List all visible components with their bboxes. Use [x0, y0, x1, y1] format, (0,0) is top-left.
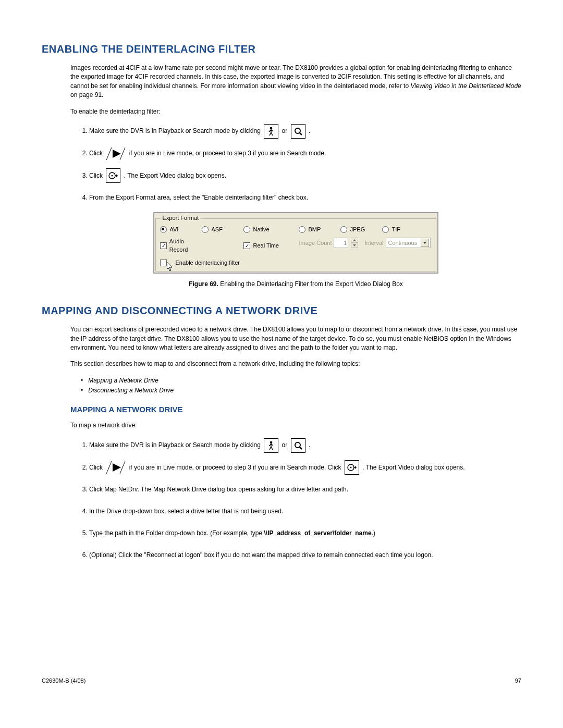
radio-jpeg-label: JPEG: [350, 226, 365, 233]
radio-asf-label: ASF: [211, 226, 222, 233]
svg-marker-16: [113, 463, 121, 472]
spinner-down-icon[interactable]: [351, 243, 358, 248]
interval-select[interactable]: Continuous: [386, 238, 431, 248]
heading-mapping: MAPPING AND DISCONNECTING A NETWORK DRIV…: [42, 303, 521, 318]
svg-marker-4: [113, 150, 121, 158]
map-step-3: Click Map NetDrv. The Map Network Drive …: [89, 482, 521, 497]
play-slash-icon[interactable]: [105, 146, 126, 161]
radio-bmp-label: BMP: [308, 226, 321, 233]
deint-intro-b: on page 91.: [70, 91, 103, 98]
deint-intro-ref: Viewing Video in the Deinterlaced Mode: [410, 82, 521, 90]
deint-lead: To enable the deinterlacing filter:: [70, 107, 521, 116]
map-step-6: (Optional) Click the "Reconnect at logon…: [89, 548, 521, 562]
image-count-spinner[interactable]: [351, 238, 358, 248]
svg-marker-9: [353, 244, 356, 246]
topic-disconnecting: Disconnecting a Network Drive: [81, 386, 521, 395]
check-deinterlacing[interactable]: [160, 260, 167, 266]
play-slash-icon[interactable]: [105, 460, 126, 475]
svg-point-1: [295, 128, 300, 133]
svg-point-19: [350, 467, 351, 468]
map-step-5: Type the path in the Folder drop-down bo…: [89, 526, 521, 540]
svg-marker-11: [167, 262, 172, 271]
search-magnifier-icon[interactable]: [291, 124, 305, 139]
heading-mapping-drive: MAPPING A NETWORK DRIVE: [70, 404, 521, 415]
map-step2-text-c: . The Export Video dialog box opens.: [362, 464, 464, 471]
deint-step2-text-b: if you are in Live mode, or proceed to s…: [129, 150, 326, 157]
figure-caption-text: Enabling the Deinterlacing Filter from t…: [218, 280, 403, 288]
map-step-1: Make sure the DVR is in Playback or Sear…: [89, 438, 521, 453]
svg-point-12: [270, 441, 273, 443]
svg-line-3: [106, 147, 112, 160]
map-step2-text-b: if you are in Live mode, or proceed to s…: [129, 464, 343, 471]
radio-native-label: Native: [253, 226, 269, 233]
playback-walk-icon[interactable]: [264, 124, 278, 139]
map-intro: You can export sections of prerecorded v…: [70, 325, 521, 352]
check-realtime-label: Real Time: [253, 242, 279, 250]
radio-tif[interactable]: TIF: [382, 226, 413, 233]
search-magnifier-icon[interactable]: [291, 438, 305, 453]
playback-walk-icon[interactable]: [264, 438, 278, 453]
deint-step1-text-b: .: [309, 127, 310, 134]
heading-deinterlacing: ENABLING THE DEINTERLACING FILTER: [42, 42, 521, 56]
export-format-panel: Export Format AVI ASF Native Audio Recor…: [153, 212, 438, 274]
check-deinterlacing-label: Enable deinterlacing filter: [175, 259, 240, 267]
deint-step-4: From the Export Format area, select the …: [89, 190, 521, 205]
svg-point-0: [270, 127, 273, 129]
svg-marker-10: [423, 242, 426, 244]
image-count-label: Image Count: [299, 239, 332, 247]
map-step5-text-a: Type the path in the Folder drop-down bo…: [89, 529, 264, 537]
map-lead: To map a network drive:: [70, 421, 521, 430]
check-audio-label: Audio Record: [169, 238, 202, 254]
map-step1-or: or: [282, 441, 289, 449]
map-sub: This section describes how to map to and…: [70, 360, 521, 368]
topic-mapping: Mapping a Network Drive: [81, 376, 521, 385]
image-count-value: 1: [335, 239, 347, 247]
figure-label: Figure 69.: [189, 280, 218, 288]
chevron-down-icon: [421, 239, 429, 247]
deint-step-2: Click if you are in Live mode, or procee…: [89, 146, 521, 161]
check-realtime[interactable]: Real Time: [243, 238, 285, 254]
svg-marker-8: [353, 239, 356, 241]
export-disc-icon[interactable]: [345, 460, 359, 475]
deint-step1-text-a: Make sure the DVR is in Playback or Sear…: [89, 127, 262, 134]
image-count-field[interactable]: 1: [334, 238, 348, 248]
map-step5-path: \\IP_address_of_server\folder_name: [264, 529, 372, 537]
map-step1-text-b: .: [309, 441, 310, 449]
deint-intro: Images recorded at 4CIF at a low frame r…: [70, 64, 521, 100]
export-format-legend: Export Format: [160, 214, 201, 222]
radio-bmp[interactable]: BMP: [299, 226, 340, 233]
deint-step3-text-b: . The Export Video dialog box opens.: [124, 172, 226, 179]
deint-step-3: Click . The Export Video dialog box open…: [89, 168, 521, 183]
svg-line-15: [106, 461, 112, 474]
map-step5-text-c: .): [372, 529, 375, 537]
svg-point-7: [112, 175, 113, 177]
map-step2-text-a: Click: [89, 464, 104, 471]
radio-jpeg[interactable]: JPEG: [340, 226, 382, 233]
footer-left: C2630M-B (4/08): [42, 677, 85, 685]
map-step1-text-a: Make sure the DVR is in Playback or Sear…: [89, 441, 262, 449]
figure-caption: Figure 69. Enabling the Deinterlacing Fi…: [70, 280, 521, 289]
interval-value: Continuous: [388, 239, 418, 247]
deint-step2-text-a: Click: [89, 150, 104, 157]
map-step-4: In the Drive drop-down box, select a dri…: [89, 504, 521, 519]
radio-avi[interactable]: AVI: [160, 226, 202, 233]
radio-avi-label: AVI: [169, 226, 178, 233]
spinner-up-icon[interactable]: [351, 238, 358, 243]
svg-line-14: [300, 447, 302, 449]
map-step-2: Click if you are in Live mode, or procee…: [89, 460, 521, 475]
export-disc-icon[interactable]: [106, 168, 120, 183]
radio-native[interactable]: Native: [243, 226, 285, 233]
interval-label: Interval: [364, 239, 383, 247]
footer-right: 97: [515, 677, 521, 685]
deint-step1-or: or: [282, 127, 289, 134]
check-audio[interactable]: Audio Record: [160, 238, 202, 254]
radio-tif-label: TIF: [391, 226, 400, 233]
svg-point-13: [295, 442, 300, 448]
deint-step3-text-a: Click: [89, 172, 104, 179]
radio-asf[interactable]: ASF: [202, 226, 243, 233]
svg-line-2: [300, 133, 302, 135]
deint-step-1: Make sure the DVR is in Playback or Sear…: [89, 124, 521, 139]
